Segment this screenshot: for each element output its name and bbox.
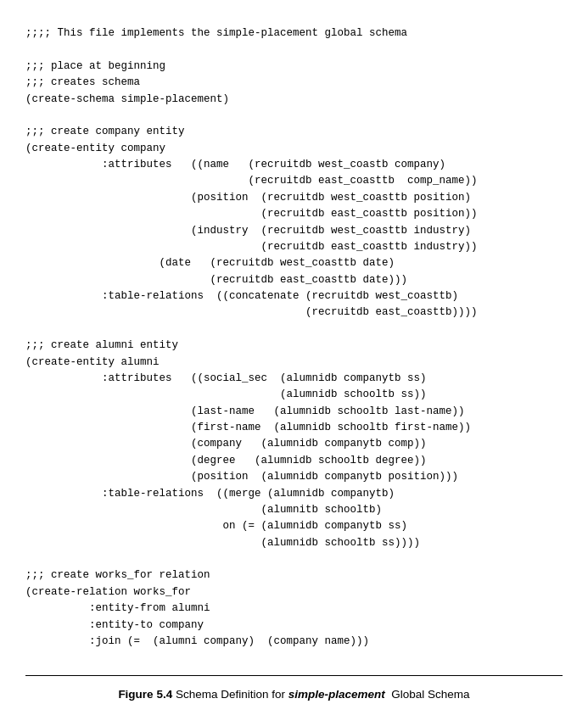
- code-line-10: (recruitdb east_coasttb comp_name)): [25, 175, 478, 187]
- code-line-21: (create-entity alumni: [25, 356, 160, 368]
- code-line-9: :attributes ((name (recruitdb west_coast…: [25, 159, 445, 170]
- code-line-24: (last-name (alumnidb schooltb last-name)…: [25, 405, 465, 417]
- code-line-27: (degree (alumnidb schooltb degree)): [25, 455, 427, 467]
- code-line-37: :entity-to company: [25, 619, 204, 631]
- code-line-14: (recruitdb east_coasttb industry)): [25, 241, 478, 253]
- code-line-18: (recruitdb east_coasttb)))): [25, 306, 478, 318]
- code-line-31: on (= (alumnidb companytb ss): [25, 520, 407, 532]
- code-line-7: ;;; create company entity: [25, 126, 185, 137]
- code-line-29: :table-relations ((merge (alumnidb compa…: [25, 488, 395, 500]
- code-line-23: (alumnidb schooltb ss)): [25, 388, 427, 400]
- code-line-11: (position (recruitdb west_coasttb positi…: [25, 192, 471, 204]
- code-line-34: ;;; create works_for relation: [25, 569, 210, 581]
- code-line-32: (alumnidb schooltb ss)))): [25, 537, 420, 549]
- caption-schema-name: simple-placement: [288, 688, 385, 701]
- code-line-20: ;;; create alumni entity: [25, 339, 178, 351]
- page-container: ;;;; This file implements the simple-pla…: [0, 0, 588, 704]
- code-block: ;;;; This file implements the simple-pla…: [25, 17, 563, 658]
- code-line-12: (recruitdb east_coasttb position)): [25, 208, 478, 220]
- code-line-1: ;;;; This file implements the simple-pla…: [25, 27, 407, 39]
- caption-area: Figure 5.4 Schema Definition for simple-…: [25, 675, 563, 701]
- code-line-13: (industry (recruitdb west_coasttb indust…: [25, 225, 471, 237]
- code-line-16: (recruitdb east_coasttb date))): [25, 274, 407, 286]
- caption-suffix: Global Schema: [391, 688, 469, 701]
- code-line-4: ;;; creates schema: [25, 76, 140, 88]
- code-line-36: :entity-from alumni: [25, 602, 210, 614]
- code-line-28: (position (alumnidb companytb position))…: [25, 471, 458, 483]
- code-line-26: (company (alumnidb companytb comp)): [25, 438, 427, 450]
- code-line-38: :join (= (alumni company) (company name)…: [25, 635, 369, 647]
- code-line-5: (create-schema simple-placement): [25, 93, 229, 105]
- code-line-30: (alumnitb schooltb): [25, 504, 382, 516]
- code-line-17: :table-relations ((concatenate (recruitd…: [25, 290, 458, 302]
- code-line-35: (create-relation works_for: [25, 586, 191, 598]
- figure-label: Figure 5.4: [118, 688, 172, 701]
- caption-text: Figure 5.4 Schema Definition for simple-…: [118, 688, 469, 701]
- caption-description: Schema Definition for: [176, 688, 285, 701]
- code-line-8: (create-entity company: [25, 142, 165, 154]
- code-line-3: ;;; place at beginning: [25, 60, 165, 72]
- code-line-22: :attributes ((social_sec (alumnidb compa…: [25, 372, 427, 384]
- code-line-15: (date (recruitdb west_coasttb date): [25, 257, 395, 269]
- code-line-25: (first-name (alumnidb schooltb first-nam…: [25, 422, 471, 433]
